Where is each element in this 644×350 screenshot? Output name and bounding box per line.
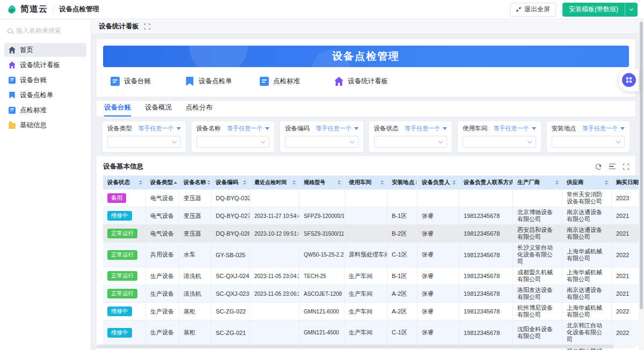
filter-operator-label: 等于任意一个 (138, 125, 174, 133)
tab[interactable]: 设备概况 (145, 103, 172, 116)
vertical-scrollbar-thumb[interactable] (640, 21, 643, 309)
cell-name: 变压器 (179, 207, 211, 224)
column-header[interactable]: 生产厂商 (513, 176, 562, 189)
logo-icon (6, 4, 17, 15)
cell-code: SC-ZG-021 (211, 320, 250, 345)
filter-select[interactable] (196, 136, 270, 148)
cell-code: SC-ZG-022 (211, 303, 250, 320)
search-input[interactable] (16, 27, 80, 34)
cell-code: GY-SB-025 (211, 243, 250, 267)
cell-owner: 张睿 (418, 225, 459, 242)
cell-workshop: 生产车间 (345, 285, 387, 302)
sort-icon (605, 180, 608, 185)
filter-select[interactable] (374, 136, 448, 148)
cell-model (299, 189, 345, 207)
filter-operator[interactable]: 等于任意一个 (316, 125, 358, 133)
cell-owner (418, 189, 459, 207)
logo-text: 简道云 (20, 4, 48, 15)
table-row: 维修中 生产设备 蒸柜 SC-ZG-021 GMN121-4500 生产车间 C… (103, 320, 644, 345)
cell-name: 清洗机 (179, 267, 211, 285)
sidebar-item[interactable]: 设备台账 (4, 73, 86, 87)
cell-phone: 19812345678 (459, 320, 513, 345)
cell-model: TECH-25 (299, 267, 345, 285)
cell-last-check: 2023-11-27 10:54:42 (250, 207, 299, 224)
column-header[interactable]: 设备负责人联系方式 (459, 176, 513, 189)
cell-last-check (250, 189, 299, 207)
cell-supplier: 南京达通设备有限公司 (562, 285, 612, 302)
search-icon (8, 28, 12, 33)
horizontal-scrollbar-thumb[interactable] (97, 345, 614, 348)
column-header[interactable]: 使用车间 (345, 176, 387, 189)
sidebar-item[interactable]: 点检标准 (4, 103, 86, 117)
column-header[interactable]: 设备名称 (179, 176, 211, 189)
fullscreen-icon[interactable] (144, 24, 150, 30)
filter-select[interactable] (463, 136, 536, 148)
filter-select[interactable] (285, 136, 358, 148)
quick-link[interactable]: 设备统计看板 (334, 77, 409, 86)
filter-select[interactable] (107, 136, 181, 148)
table-row: 维修中 电气设备 变压器 DQ-BYQ-027 2023-11-27 10:54… (103, 207, 644, 225)
quick-link-label: 点检标准 (273, 77, 300, 86)
quick-link-label: 设备统计看板 (348, 77, 388, 86)
cell-model: SFSZ9-31500/110 (299, 225, 345, 242)
install-template-button[interactable]: 安装模板(带数据) (562, 3, 625, 17)
filter-select[interactable] (552, 136, 625, 148)
top-navbar: 简道云 设备点检管理 退出全屏 安装模板(带数据) (0, 0, 644, 19)
caret-down-icon (265, 127, 269, 130)
filter-operator-label: 等于任意一个 (494, 125, 529, 133)
filter-operator[interactable]: 等于任意一个 (227, 125, 269, 133)
filter-operator[interactable]: 等于任意一个 (138, 125, 181, 133)
cell-phone: 19812345678 (459, 267, 513, 285)
column-header[interactable]: 设备状态 (103, 176, 146, 189)
helper-grid-icon[interactable] (622, 73, 636, 87)
cell-manufacturer: 沈阳金科设备有限公司 (513, 320, 562, 345)
cell-phone (459, 189, 513, 207)
chevron-down-icon (630, 7, 633, 11)
tab[interactable]: 点检分布 (186, 103, 213, 116)
column-header[interactable]: 安装地点 (387, 176, 418, 189)
sidebar-item[interactable]: 设备点检单 (4, 88, 86, 102)
filter-operator-label: 等于任意一个 (582, 125, 618, 133)
column-header[interactable]: 规格型号 (299, 176, 345, 189)
cell-owner: 张睿 (418, 207, 459, 224)
sidebar-item[interactable]: 首页 (4, 43, 86, 57)
filter-operator[interactable]: 等于任意一个 (494, 125, 536, 133)
fullscreen-icon[interactable] (623, 164, 629, 170)
sidebar-search[interactable] (4, 24, 86, 38)
chevron-down-icon (616, 139, 620, 143)
horizontal-scrollbar (97, 345, 635, 348)
filter-operator[interactable]: 等于任意一个 (582, 125, 625, 133)
cell-last-check (250, 320, 299, 345)
refresh-icon[interactable] (596, 164, 602, 170)
column-header[interactable]: 最近点检时间 (250, 176, 299, 189)
exit-fullscreen-button[interactable]: 退出全屏 (510, 3, 556, 17)
column-header[interactable]: 设备类型 (146, 176, 179, 189)
sidebar-item[interactable]: 基础信息 (4, 118, 86, 132)
cell-owner: 张睿 (418, 285, 459, 302)
filter-operator-label: 等于任意一个 (405, 125, 440, 133)
caret-down-icon (532, 127, 536, 130)
column-header[interactable]: 设备负责人 (418, 176, 459, 189)
cell-supplier: 南京达通设备有限公司 (562, 207, 612, 224)
cell-phone: 19812345678 (459, 207, 513, 224)
quick-link-icon (260, 77, 269, 86)
filter-operator[interactable]: 等于任意一个 (405, 125, 447, 133)
column-settings-icon[interactable] (609, 164, 616, 169)
quick-link[interactable]: 设备点检单 (185, 77, 260, 86)
install-template-dropdown[interactable] (625, 3, 638, 17)
column-header[interactable]: 设备编码 (211, 176, 250, 189)
banner-title: 设备点检管理 (332, 49, 400, 63)
table-row: 正常运行 生产设备 清洗机 SC-QXJ-023 2023-11-05 23:0… (103, 285, 644, 303)
filter-label: 设备名称 (196, 125, 221, 133)
cell-owner: 张睿 (418, 243, 459, 267)
quick-link[interactable]: 点检标准 (260, 77, 334, 86)
cell-owner: 张睿 (418, 303, 459, 320)
filter-operator-label: 等于任意一个 (316, 125, 352, 133)
filter-strip: 设备类型 等于任意一个 (97, 117, 635, 156)
column-header[interactable]: 供应商 (562, 176, 612, 189)
tab[interactable]: 设备台账 (104, 103, 131, 116)
cell-last-check (250, 303, 299, 320)
quick-link[interactable]: 设备台账 (111, 77, 185, 86)
cell-owner: 张睿 (418, 320, 459, 345)
sidebar-item[interactable]: 设备统计看板 (4, 58, 86, 72)
